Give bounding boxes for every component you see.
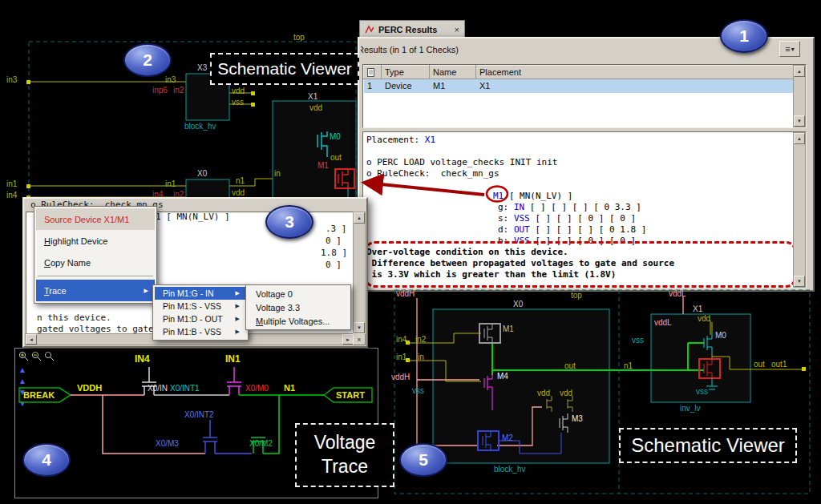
badge-5: 5: [399, 443, 447, 477]
menu-item-label: Highlight Device: [44, 236, 108, 246]
menu-item-label: Pin M1:G - IN: [163, 288, 214, 298]
badge-1: 1: [720, 19, 768, 53]
net-label: X0/M0: [245, 385, 269, 393]
menu-item-label: Pin M1:D - OUT: [163, 314, 223, 324]
slide-canvas: topin3X3in3inp6in2outvddvssn3block_hvin1…: [0, 0, 821, 504]
menu-item-source-device[interactable]: Source Device X1/M1: [36, 208, 155, 230]
menu-item-label: Multiple Voltages...: [256, 317, 330, 326]
net-label: VDDH: [77, 384, 102, 393]
menu-item-trace[interactable]: Trace▶: [36, 280, 155, 301]
voltage-submenu: Voltage 0 Voltage 3.3 Multiple Voltages.…: [245, 284, 351, 330]
menu-item-label: Source Device X1/M1: [44, 215, 129, 224]
voltage-trace-caption: Voltage Trace: [295, 423, 394, 487]
submenu-arrow-icon: ▶: [228, 329, 240, 335]
menu-item-copy-name[interactable]: Copy Name: [36, 252, 155, 273]
trace-pin-submenu: Pin M1:G - IN▶ Pin M1:S - VSS▶ Pin M1:D …: [152, 284, 249, 341]
submenu-item-voltage-0[interactable]: Voltage 0: [248, 287, 349, 300]
net-label: X0/INT2: [184, 411, 214, 419]
net-label: IN4: [135, 354, 150, 364]
net-label: X0/INT1: [170, 385, 200, 393]
submenu-item-pin-b[interactable]: Pin M1:B - VSS▶: [155, 325, 246, 338]
net-label: X0/M3: [156, 440, 179, 448]
menu-item-label: Voltage 0: [256, 289, 293, 299]
menu-item-label: Voltage 3.3: [256, 303, 300, 312]
device-context-menu: Source Device X1/M1 Highlight Device Cop…: [34, 206, 157, 304]
menu-item-label: Trace: [44, 286, 67, 296]
net-label: IN1: [225, 354, 241, 364]
net-label: X0/IN: [148, 385, 168, 393]
schematic-viewer-caption-top: Schematic Viewer: [210, 53, 359, 85]
submenu-item-voltage-33[interactable]: Voltage 3.3: [248, 300, 349, 314]
badge-4: 4: [22, 443, 71, 477]
menu-item-highlight-device[interactable]: Highlight Device: [36, 230, 155, 252]
submenu-item-pin-d[interactable]: Pin M1:D - OUT▶: [155, 312, 246, 325]
menu-item-label: Pin M1:B - VSS: [163, 327, 221, 337]
net-label: START: [336, 391, 365, 400]
menu-separator: [38, 276, 153, 277]
submenu-arrow-icon: ▶: [228, 316, 240, 322]
badge-2: 2: [123, 43, 172, 77]
net-label: BREAK: [23, 391, 55, 400]
submenu-arrow-icon: ▶: [228, 303, 240, 309]
submenu-item-pin-s[interactable]: Pin M1:S - VSS▶: [155, 300, 246, 312]
submenu-item-multiple-voltages[interactable]: Multiple Voltages...: [248, 314, 349, 328]
menu-item-label: Pin M1:S - VSS: [163, 301, 221, 311]
schematic-viewer-caption-bottom: Schematic Viewer: [619, 428, 797, 463]
submenu-item-pin-g[interactable]: Pin M1:G - IN▶: [155, 287, 246, 300]
submenu-arrow-icon: ▶: [136, 288, 148, 294]
net-label: X0/M2: [249, 440, 273, 448]
net-label: N1: [284, 384, 295, 393]
menu-item-label: Copy Name: [44, 258, 91, 268]
badge-3: 3: [265, 205, 313, 239]
submenu-arrow-icon: ▶: [228, 290, 240, 296]
